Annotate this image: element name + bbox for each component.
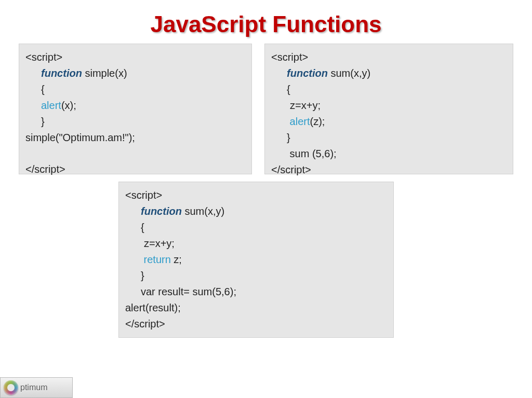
code-text: z; [171,254,182,265]
code-line: simple("Optimum.am!"); [25,130,245,146]
code-line: <script> [125,187,387,203]
code-line: </script> [125,316,387,332]
code-text: (x); [61,100,76,111]
fn-alert: alert [41,100,61,111]
keyword-function: function [41,67,82,79]
optimum-logo: ptimum [0,377,73,398]
keyword-return: return [144,254,171,265]
code-line: function sum(x,y) [271,65,507,81]
keyword-function: function [287,67,328,79]
code-example-sum-alert: <script> function sum(x,y) { z=x+y; aler… [264,44,513,174]
code-line: alert(result); [125,300,387,316]
code-line: { [25,81,245,98]
slide-title: JavaScript Functions [0,0,532,44]
code-line: var result= sum(5,6); [125,284,387,300]
code-line: <script> [25,49,245,65]
code-line: </script> [25,161,245,177]
code-text: sum (5,6); [290,148,337,159]
code-line: function simple(x) [25,65,245,81]
code-line: alert(x); [25,98,245,114]
code-text: simple(x) [82,67,127,79]
code-example-simple: <script> function simple(x) { alert(x); … [19,44,252,174]
code-text: sum(x,y) [182,205,224,217]
code-example-sum-return: <script> function sum(x,y) { z=x+y; retu… [118,182,394,338]
code-text: sum(x,y) [328,67,370,79]
keyword-function: function [141,205,182,217]
code-line: } [125,268,387,284]
code-line: function sum(x,y) [125,203,387,219]
code-text: (z); [310,116,325,127]
code-line: z=x+y; [271,98,507,114]
code-line: alert(z); [271,114,507,130]
top-row: <script> function simple(x) { alert(x); … [0,44,532,174]
code-line: { [125,219,387,236]
logo-text: ptimum [20,383,47,392]
code-line: } [271,130,507,146]
code-line: <script> [271,49,507,65]
code-line: } [25,114,245,130]
blank-line [25,146,245,161]
fn-alert: alert [290,116,310,127]
code-line: z=x+y; [125,236,387,252]
code-line: return z; [125,252,387,268]
code-line: </script> [271,162,507,178]
code-line: { [271,81,507,98]
code-line: sum (5,6); [271,146,507,162]
logo-ring-icon [4,380,18,395]
